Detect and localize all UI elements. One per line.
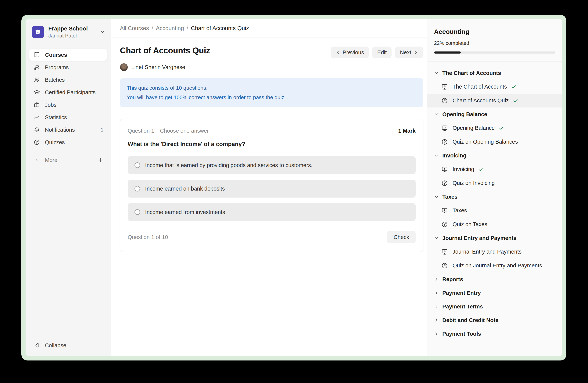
outline-section-reports[interactable]: Reports — [427, 272, 562, 286]
next-button[interactable]: Next — [395, 47, 423, 58]
chevron-down-icon — [434, 153, 439, 158]
sidebar-item-jobs[interactable]: Jobs — [29, 99, 107, 111]
check-icon — [511, 84, 516, 90]
collapse-icon — [34, 342, 40, 348]
workspace-switcher[interactable]: Frappe School Jannat Patel — [29, 24, 107, 40]
breadcrumb: All Courses / Accounting / Chart of Acco… — [111, 19, 427, 38]
chevron-right-icon — [434, 318, 439, 323]
author-name: Linet Sherin Varghese — [131, 64, 185, 70]
author-avatar — [120, 63, 128, 71]
question-number-label: Question 1: — [128, 128, 156, 134]
outline-section-payment-entry[interactable]: Payment Entry — [427, 286, 562, 300]
quiz-icon — [441, 180, 448, 187]
graduation-cap-icon — [34, 89, 40, 96]
chevron-right-icon — [434, 304, 439, 309]
route-icon — [34, 64, 40, 71]
quiz-card: Question 1: Choose one answer 1 Mark Wha… — [120, 119, 423, 252]
lesson-icon — [441, 83, 448, 90]
course-panel-header: Accounting 22% completed — [427, 19, 562, 62]
page-title: Chart of Accounts Quiz — [120, 46, 210, 55]
sidebar-item-quizzes[interactable]: Quizzes — [29, 136, 107, 148]
chevron-right-icon — [34, 157, 40, 163]
notice-line-2: You will have to get 100% correct answer… — [127, 93, 417, 102]
course-completion-label: 22% completed — [434, 40, 555, 46]
collapse-sidebar-button[interactable]: Collapse — [29, 340, 107, 351]
sidebar-item-certified-participants[interactable]: Certified Participants — [29, 86, 107, 98]
chevron-right-icon — [434, 290, 439, 295]
app-window: Frappe School Jannat Patel Courses Progr… — [21, 15, 567, 361]
check-button[interactable]: Check — [387, 231, 416, 243]
previous-button[interactable]: Previous — [331, 47, 369, 58]
chevron-down-icon[interactable] — [100, 29, 105, 35]
check-icon — [513, 98, 518, 103]
sidebar-item-notifications[interactable]: Notifications 1 — [29, 124, 107, 136]
outline-quiz-on-journal-entry-and-payments[interactable]: Quiz on Journal Entry and Payments — [427, 259, 562, 272]
outline-section-payment-terms[interactable]: Payment Terms — [427, 300, 562, 313]
sidebar-item-statistics[interactable]: Statistics — [29, 111, 107, 123]
help-circle-icon — [34, 139, 40, 146]
answer-option-1[interactable]: Income that is earned by providing goods… — [128, 156, 416, 174]
outline-lesson-opening-balance[interactable]: Opening Balance — [427, 121, 562, 135]
quiz-icon — [441, 138, 448, 145]
main-content: All Courses / Accounting / Chart of Acco… — [111, 19, 427, 356]
notifications-count: 1 — [101, 127, 104, 133]
author-row: Linet Sherin Varghese — [120, 63, 418, 71]
quiz-icon — [441, 262, 448, 269]
outline-lesson-the-chart-of-accounts[interactable]: The Chart of Accounts — [427, 80, 562, 94]
chevron-down-icon — [434, 236, 439, 241]
workspace-user: Jannat Patel — [48, 33, 88, 39]
outline-section-journal-entry-and-payments[interactable]: Journal Entry and Payments — [427, 231, 562, 245]
sidebar-item-courses[interactable]: Courses — [29, 49, 107, 61]
question-text: What is the 'Direct Income' of a company… — [128, 141, 416, 148]
sidebar-nav: Courses Programs Batches Certified Parti… — [29, 49, 107, 166]
course-progress-bar — [434, 52, 555, 54]
chevron-right-icon — [434, 331, 439, 336]
sidebar-item-programs[interactable]: Programs — [29, 61, 107, 74]
outline-lesson-journal-entry-and-payments[interactable]: Journal Entry and Payments — [427, 245, 562, 259]
outline-section-debit-and-credit-note[interactable]: Debit and Credit Note — [427, 313, 562, 327]
briefcase-icon — [34, 102, 40, 108]
breadcrumb-all-courses[interactable]: All Courses — [120, 25, 149, 31]
outline-quiz-on-opening-balances[interactable]: Quiz on Opening Balances — [427, 135, 562, 149]
sidebar-item-more[interactable]: More — [29, 154, 107, 166]
chevron-down-icon — [434, 71, 439, 76]
notice-line-1: This quiz consists of 10 questions. — [127, 83, 417, 93]
answer-options: Income that is earned by providing goods… — [128, 156, 416, 221]
sidebar-item-batches[interactable]: Batches — [29, 74, 107, 86]
outline-quiz-chart-of-accounts-quiz[interactable]: Chart of Accounts Quiz — [427, 94, 562, 108]
outline-section-taxes[interactable]: Taxes — [427, 190, 562, 204]
radio-button-icon[interactable] — [134, 162, 140, 168]
add-icon[interactable] — [97, 157, 104, 163]
answer-option-3[interactable]: Income earned from investments — [128, 203, 416, 221]
book-icon — [34, 52, 40, 58]
outline-quiz-on-invoicing[interactable]: Quiz on Invoicing — [427, 176, 562, 190]
course-outline-panel: Accounting 22% completed The Chart of Ac… — [427, 19, 562, 356]
bell-icon — [34, 127, 40, 133]
check-icon — [478, 167, 484, 172]
sidebar-spacer — [29, 166, 107, 340]
outline-quiz-on-taxes[interactable]: Quiz on Taxes — [427, 217, 562, 231]
quiz-notice-banner: This quiz consists of 10 questions. You … — [120, 78, 423, 107]
outline-lesson-taxes[interactable]: Taxes — [427, 204, 562, 217]
outline-section-opening-balance[interactable]: Opening Balance — [427, 108, 562, 121]
course-outline: The Chart of Accounts The Chart of Accou… — [427, 62, 562, 345]
question-marks: 1 Mark — [398, 128, 416, 134]
left-sidebar: Frappe School Jannat Patel Courses Progr… — [26, 19, 111, 356]
radio-button-icon[interactable] — [134, 186, 140, 192]
outline-lesson-invoicing[interactable]: Invoicing — [427, 162, 562, 176]
quiz-icon — [441, 221, 448, 228]
edit-button[interactable]: Edit — [372, 47, 392, 58]
course-title: Accounting — [434, 28, 555, 35]
outline-section-payment-tools[interactable]: Payment Tools — [427, 327, 562, 341]
chevron-left-icon — [336, 50, 340, 55]
radio-button-icon[interactable] — [134, 209, 140, 215]
breadcrumb-accounting[interactable]: Accounting — [156, 25, 184, 31]
outline-section-invoicing[interactable]: Invoicing — [427, 149, 562, 162]
outline-section-chart-of-accounts[interactable]: The Chart of Accounts — [427, 66, 562, 80]
lesson-icon — [441, 207, 448, 214]
lesson-icon — [441, 249, 448, 255]
course-progress-fill — [434, 52, 461, 54]
question-instruction: Choose one answer — [160, 128, 209, 134]
check-icon — [499, 125, 504, 131]
answer-option-2[interactable]: Income earned on bank deposits — [128, 180, 416, 198]
